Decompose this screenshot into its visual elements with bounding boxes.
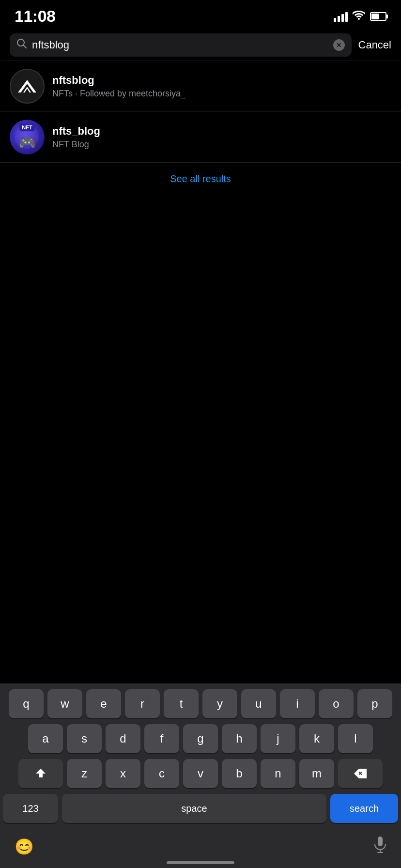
key-n[interactable]: n	[261, 759, 295, 788]
result-username-nfts-blog: nfts_blog	[52, 125, 100, 138]
key-space[interactable]: space	[62, 794, 326, 823]
svg-rect-7	[378, 837, 383, 846]
key-u[interactable]: u	[241, 689, 276, 718]
keyboard-row-3: z x c v b n m	[3, 759, 398, 788]
key-search[interactable]: search	[330, 794, 398, 823]
key-w[interactable]: w	[47, 689, 82, 718]
key-l[interactable]: l	[338, 724, 373, 753]
avatar-nfts-blog: NFT 🎮	[10, 120, 45, 155]
key-shift[interactable]	[18, 759, 63, 788]
key-d[interactable]: d	[106, 724, 140, 753]
key-s[interactable]: s	[67, 724, 102, 753]
keyboard-row-4: 123 space search	[3, 794, 398, 823]
cancel-button[interactable]: Cancel	[358, 39, 391, 51]
see-all-text: See all results	[170, 173, 231, 184]
see-all-results[interactable]: See all results	[0, 163, 401, 195]
key-m[interactable]: m	[299, 759, 334, 788]
result-info-nftsblog: nftsblog NFTs · Followed by meetchorsiya…	[52, 74, 185, 99]
key-v[interactable]: v	[183, 759, 218, 788]
key-h[interactable]: h	[222, 724, 257, 753]
key-a[interactable]: a	[28, 724, 63, 753]
key-numbers[interactable]: 123	[3, 794, 58, 823]
result-subtitle-nftsblog: NFTs · Followed by meetchorsiya_	[52, 89, 185, 99]
status-icons	[334, 10, 386, 23]
status-bar: 11:08	[0, 0, 401, 30]
key-o[interactable]: o	[319, 689, 354, 718]
key-f[interactable]: f	[144, 724, 179, 753]
wifi-icon	[353, 10, 365, 23]
key-i[interactable]: i	[280, 689, 315, 718]
keyboard-row-1: q w e r t y u i o p	[3, 689, 398, 718]
key-b[interactable]: b	[222, 759, 257, 788]
key-k[interactable]: k	[299, 724, 334, 753]
key-c[interactable]: c	[144, 759, 179, 788]
key-t[interactable]: t	[164, 689, 199, 718]
avatar-nftsblog	[10, 69, 45, 104]
result-item-nftsblog[interactable]: nftsblog NFTs · Followed by meetchorsiya…	[0, 61, 401, 112]
battery-icon	[370, 12, 386, 21]
keyboard-row-2: a s d f g h j k l	[3, 724, 398, 753]
key-e[interactable]: e	[86, 689, 121, 718]
search-results: nftsblog NFTs · Followed by meetchorsiya…	[0, 61, 401, 195]
result-info-nfts-blog: nfts_blog NFT Blog	[52, 125, 100, 150]
key-z[interactable]: z	[67, 759, 102, 788]
clear-button[interactable]: ✕	[333, 39, 345, 51]
result-item-nfts-blog[interactable]: NFT 🎮 nfts_blog NFT Blog	[0, 112, 401, 163]
key-p[interactable]: p	[357, 689, 392, 718]
status-time: 11:08	[15, 7, 55, 26]
result-subtitle-nfts-blog: NFT Blog	[52, 140, 100, 150]
search-input[interactable]	[32, 39, 328, 51]
svg-line-1	[23, 45, 26, 48]
search-icon	[16, 38, 27, 52]
key-g[interactable]: g	[183, 724, 218, 753]
signal-icon	[334, 11, 348, 22]
keyboard: q w e r t y u i o p a s d f g h j k l	[0, 683, 401, 868]
key-y[interactable]: y	[202, 689, 237, 718]
search-input-wrapper[interactable]: ✕	[10, 33, 352, 57]
result-username-nftsblog: nftsblog	[52, 74, 185, 87]
key-j[interactable]: j	[261, 724, 295, 753]
key-q[interactable]: q	[9, 689, 44, 718]
search-bar-container: ✕ Cancel	[0, 30, 401, 61]
emoji-button[interactable]: 😊	[15, 837, 34, 856]
home-indicator	[167, 861, 234, 864]
key-x[interactable]: x	[106, 759, 140, 788]
key-backspace[interactable]	[338, 759, 383, 788]
mic-button[interactable]	[374, 837, 386, 856]
key-r[interactable]: r	[125, 689, 160, 718]
